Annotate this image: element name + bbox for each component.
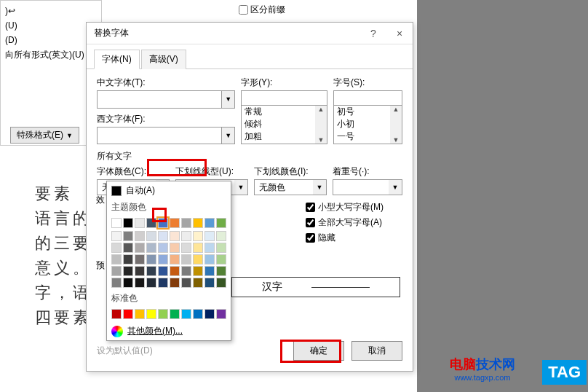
western-font-combo[interactable]: ▼ xyxy=(97,127,235,145)
all-caps-checkbox[interactable]: 全部大写字母(A) xyxy=(306,216,384,229)
color-swatch[interactable] xyxy=(181,231,191,241)
color-swatch[interactable] xyxy=(204,231,215,241)
color-swatch[interactable] xyxy=(146,278,156,288)
color-swatch[interactable] xyxy=(181,254,191,264)
color-swatch[interactable] xyxy=(204,243,215,253)
color-swatch[interactable] xyxy=(204,254,215,264)
emphasis-dropdown[interactable]: ▼ xyxy=(333,179,402,195)
more-colors-option[interactable]: 其他颜色(M)... xyxy=(107,322,231,340)
color-swatch[interactable] xyxy=(123,243,133,253)
color-swatch[interactable] xyxy=(111,243,122,253)
color-swatch[interactable] xyxy=(123,309,133,319)
western-font-input[interactable] xyxy=(98,128,221,144)
color-swatch[interactable] xyxy=(216,231,226,241)
color-swatch[interactable] xyxy=(216,266,226,276)
font-size-input[interactable] xyxy=(333,90,402,105)
chevron-down-icon[interactable]: ▼ xyxy=(221,128,234,144)
color-swatch[interactable] xyxy=(123,278,133,288)
color-swatch[interactable] xyxy=(170,309,180,319)
color-swatch[interactable] xyxy=(111,254,122,264)
color-swatch[interactable] xyxy=(146,266,156,276)
color-swatch[interactable] xyxy=(193,254,203,264)
hidden-checkbox[interactable]: 隐藏 xyxy=(306,232,384,244)
underline-color-dropdown[interactable]: 无颜色 ▼ xyxy=(254,179,327,195)
auto-color-option[interactable]: 自动(A) xyxy=(107,181,231,200)
color-swatch[interactable] xyxy=(216,218,226,228)
color-swatch[interactable] xyxy=(216,254,226,264)
color-swatch[interactable] xyxy=(170,231,180,241)
color-swatch[interactable] xyxy=(181,278,191,288)
color-swatch[interactable] xyxy=(158,231,168,241)
tab-advanced[interactable]: 高级(V) xyxy=(141,50,186,69)
color-swatch[interactable] xyxy=(123,266,133,276)
color-swatch[interactable] xyxy=(111,266,122,276)
ok-button[interactable]: 确定 xyxy=(293,341,344,361)
color-swatch[interactable] xyxy=(123,218,133,228)
font-style-input[interactable] xyxy=(241,90,327,105)
color-swatch[interactable] xyxy=(146,309,156,319)
color-swatch[interactable] xyxy=(170,266,180,276)
color-swatch[interactable] xyxy=(111,309,122,319)
color-swatch[interactable] xyxy=(204,278,215,288)
color-swatch[interactable] xyxy=(135,254,145,264)
color-swatch[interactable] xyxy=(193,309,203,319)
chevron-down-icon[interactable]: ▼ xyxy=(313,180,326,195)
color-swatch[interactable] xyxy=(204,266,215,276)
help-button[interactable]: ? xyxy=(360,23,386,44)
color-swatch[interactable] xyxy=(135,278,145,288)
color-swatch[interactable] xyxy=(193,231,203,241)
color-swatch[interactable] xyxy=(135,218,145,228)
color-swatch[interactable] xyxy=(193,266,203,276)
color-swatch[interactable] xyxy=(123,231,133,241)
prefix-checkbox[interactable]: 区分前缀 xyxy=(239,4,285,16)
special-format-button[interactable]: 特殊格式(E)▼ xyxy=(10,127,79,144)
color-swatch[interactable] xyxy=(158,309,168,319)
color-swatch[interactable] xyxy=(216,278,226,288)
color-swatch[interactable] xyxy=(204,309,215,319)
color-swatch[interactable] xyxy=(111,278,122,288)
color-swatch[interactable] xyxy=(216,243,226,253)
color-swatch[interactable] xyxy=(193,278,203,288)
chinese-font-combo[interactable]: ▼ xyxy=(97,90,235,109)
color-swatch[interactable] xyxy=(146,231,156,241)
color-picker[interactable]: 自动(A) 主题颜色 标准色 其他颜色(M)... xyxy=(106,181,231,341)
chevron-down-icon[interactable]: ▼ xyxy=(234,180,247,195)
color-swatch[interactable] xyxy=(170,218,180,228)
color-swatch[interactable] xyxy=(135,243,145,253)
color-swatch[interactable] xyxy=(170,243,180,253)
color-swatch[interactable] xyxy=(158,243,168,253)
color-swatch[interactable] xyxy=(146,243,156,253)
close-button[interactable]: × xyxy=(386,23,413,44)
color-swatch[interactable] xyxy=(135,309,145,319)
color-swatch[interactable] xyxy=(111,218,122,228)
color-swatch[interactable] xyxy=(216,309,226,319)
chinese-font-input[interactable] xyxy=(98,91,221,108)
chevron-down-icon[interactable]: ▼ xyxy=(221,91,234,108)
color-swatch[interactable] xyxy=(158,266,168,276)
color-swatch[interactable] xyxy=(204,218,215,228)
color-swatch[interactable] xyxy=(181,309,191,319)
color-swatch[interactable] xyxy=(170,278,180,288)
small-caps-checkbox[interactable]: 小型大写字母(M) xyxy=(306,201,384,213)
color-swatch[interactable] xyxy=(181,243,191,253)
color-swatch[interactable] xyxy=(135,266,145,276)
color-swatch[interactable] xyxy=(181,218,191,228)
color-swatch[interactable] xyxy=(123,254,133,264)
color-swatch[interactable] xyxy=(146,254,156,264)
color-swatch[interactable] xyxy=(111,231,122,241)
chevron-down-icon[interactable]: ▼ xyxy=(389,180,402,195)
color-swatch[interactable] xyxy=(193,243,203,253)
color-swatch[interactable] xyxy=(158,218,168,228)
font-size-list[interactable]: 初号 小初 一号 ▲▼ xyxy=(333,105,402,144)
color-swatch[interactable] xyxy=(158,278,168,288)
color-swatch[interactable] xyxy=(181,266,191,276)
color-swatch[interactable] xyxy=(135,231,145,241)
color-swatch[interactable] xyxy=(170,254,180,264)
tab-font[interactable]: 字体(N) xyxy=(94,50,140,69)
color-swatch[interactable] xyxy=(158,254,168,264)
color-swatch[interactable] xyxy=(193,218,203,228)
font-style-list[interactable]: 常规 倾斜 加粗 ▲▼ xyxy=(241,105,327,144)
color-swatch[interactable] xyxy=(146,218,156,228)
cancel-button[interactable]: 取消 xyxy=(351,341,402,361)
set-default-button[interactable]: 设为默认值(D) xyxy=(97,345,153,357)
